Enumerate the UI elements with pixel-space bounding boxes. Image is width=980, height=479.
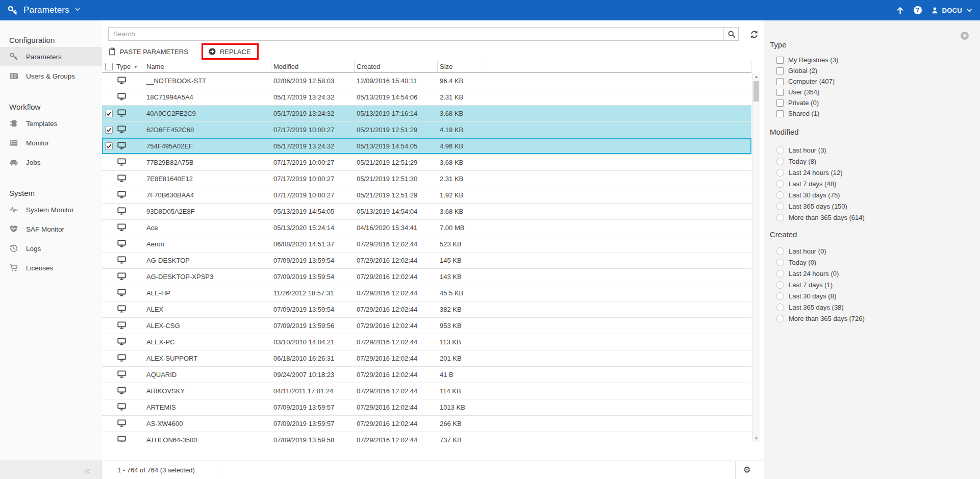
checkbox-icon[interactable] xyxy=(776,99,784,107)
filter-option-private-0[interactable]: Private (0) xyxy=(764,97,980,108)
radio-icon[interactable] xyxy=(776,169,784,177)
column-header-created[interactable]: Created xyxy=(357,60,380,73)
table-row[interactable]: ALEX07/09/2019 13:59:5407/29/2016 12:02:… xyxy=(102,301,751,318)
sidebar-item-licenses[interactable]: Licenses xyxy=(0,258,102,278)
sidebar-item-system-monitor[interactable]: System Monitor xyxy=(0,200,102,219)
search-icon[interactable] xyxy=(723,28,739,40)
filter-option-shared-1[interactable]: Shared (1) xyxy=(764,108,980,119)
checkbox-icon[interactable] xyxy=(776,89,784,96)
column-header-type[interactable]: Type xyxy=(116,60,131,73)
filter-option-last-365-days-38[interactable]: Last 365 days (38) xyxy=(764,301,980,313)
radio-icon[interactable] xyxy=(776,292,784,300)
cell-modified: 07/09/2019 13:59:54 xyxy=(273,301,334,317)
table-row[interactable]: 62D6FE452C6807/17/2019 10:00:2705/21/201… xyxy=(102,122,751,138)
sidebar-item-logs[interactable]: Logs xyxy=(0,239,102,258)
table-row[interactable]: 7E8E81640E1207/17/2019 10:00:2705/21/201… xyxy=(102,171,751,187)
table-row[interactable]: AG-DESKTOP07/09/2019 13:59:5407/29/2016 … xyxy=(102,253,751,269)
sidebar-item-monitor[interactable]: Monitor xyxy=(0,133,102,153)
radio-icon[interactable] xyxy=(776,259,784,266)
table-row[interactable]: AS-XW460007/09/2019 13:59:5707/29/2016 1… xyxy=(102,416,751,432)
filter-option-global-2[interactable]: Global (2) xyxy=(764,65,980,76)
table-row[interactable]: ALEX-SUPPORT06/18/2010 16:26:3107/29/201… xyxy=(102,350,751,367)
sidebar-item-jobs[interactable]: Jobs xyxy=(0,153,102,172)
radio-icon[interactable] xyxy=(776,191,784,199)
filter-option-last-30-days-8[interactable]: Last 30 days (8) xyxy=(764,290,980,301)
filter-option-last-24-hours-0[interactable]: Last 24 hours (0) xyxy=(764,268,980,279)
radio-icon[interactable] xyxy=(776,270,784,278)
table-row[interactable]: ALEX-PC03/10/2010 14:04:2107/29/2016 12:… xyxy=(102,334,751,350)
settings-gear-icon[interactable]: ⚙ xyxy=(740,461,753,479)
table-row[interactable]: AG-DESKTOP-XPSP307/09/2019 13:59:5407/29… xyxy=(102,269,751,285)
table-row[interactable]: 77B29B82A75B07/17/2019 10:00:2705/21/201… xyxy=(102,155,751,171)
filter-option-more-than-365-days-726[interactable]: More than 365 days (726) xyxy=(764,313,980,324)
column-header-size[interactable]: Size xyxy=(440,60,453,73)
checkbox-icon[interactable] xyxy=(776,110,784,117)
collapse-sidebar-button[interactable]: « xyxy=(84,465,90,475)
filter-option-my-registries-3[interactable]: My Registries (3) xyxy=(764,55,980,65)
filter-option-last-365-days-150[interactable]: Last 365 days (150) xyxy=(764,200,980,212)
filter-option-today-0[interactable]: Today (0) xyxy=(764,257,980,268)
sidebar-item-users-groups[interactable]: Users & Groups xyxy=(0,66,102,86)
radio-icon[interactable] xyxy=(776,203,784,210)
checkbox-icon[interactable] xyxy=(776,78,784,85)
select-all-checkbox[interactable] xyxy=(105,63,113,70)
radio-icon[interactable] xyxy=(776,158,784,165)
search-input[interactable] xyxy=(108,27,739,41)
table-row[interactable]: 93D8D05A2E8F05/13/2019 14:54:0505/13/201… xyxy=(102,204,751,220)
filter-option-user-354[interactable]: User (354) xyxy=(764,87,980,97)
paste-parameters-button[interactable]: PASTE PARAMETERS xyxy=(108,47,188,56)
scroll-down-icon[interactable]: ▼ xyxy=(752,436,760,441)
filter-option-last-hour-0[interactable]: Last hour (0) xyxy=(764,245,980,257)
vertical-scrollbar[interactable]: ▲ ▼ xyxy=(752,73,760,442)
type-filter-arrow-icon[interactable]: ▼ xyxy=(134,65,138,69)
table-row[interactable]: ARIKOVSKY04/11/2011 17:01:2407/29/2016 1… xyxy=(102,383,751,399)
scroll-up-icon[interactable]: ▲ xyxy=(752,74,760,79)
checkbox-icon[interactable] xyxy=(776,57,784,64)
radio-icon[interactable] xyxy=(776,304,784,311)
radio-icon[interactable] xyxy=(776,247,784,255)
filter-option-last-24-hours-12[interactable]: Last 24 hours (12) xyxy=(764,167,980,178)
radio-icon[interactable] xyxy=(776,146,784,154)
table-row[interactable]: 18C71994A5A405/17/2019 13:24:3205/13/201… xyxy=(102,89,751,106)
computer-icon xyxy=(117,272,126,282)
radio-icon[interactable] xyxy=(776,214,784,221)
table-row[interactable]: 7F70B630BAA407/17/2019 10:00:2705/21/201… xyxy=(102,187,751,204)
filter-option-last-7-days-1[interactable]: Last 7 days (1) xyxy=(764,279,980,290)
radio-icon[interactable] xyxy=(776,315,784,322)
filter-option-today-8[interactable]: Today (8) xyxy=(764,156,980,167)
filter-option-last-30-days-75[interactable]: Last 30 days (75) xyxy=(764,189,980,200)
column-header-name[interactable]: Name xyxy=(146,60,164,73)
row-checkbox-checked[interactable] xyxy=(105,126,113,134)
filter-option-computer-407[interactable]: Computer (407) xyxy=(764,76,980,87)
upload-arrow-icon[interactable] xyxy=(896,6,904,15)
refresh-icon[interactable] xyxy=(748,29,760,40)
table-row[interactable]: __NOTEBOOK-STT02/06/2019 12:58:0312/09/2… xyxy=(102,73,751,89)
filter-option-last-7-days-48[interactable]: Last 7 days (48) xyxy=(764,178,980,189)
scrollbar-thumb[interactable] xyxy=(753,81,759,102)
chevron-down-icon[interactable] xyxy=(74,6,81,15)
table-row[interactable]: Aeron06/08/2020 14:51:3707/29/2016 12:02… xyxy=(102,236,751,253)
column-header-modified[interactable]: Modified xyxy=(273,60,298,73)
replace-button[interactable]: REPLACE xyxy=(208,47,251,56)
user-menu[interactable]: DOCU xyxy=(931,7,973,14)
filter-option-last-hour-3[interactable]: Last hour (3) xyxy=(764,144,980,156)
table-row[interactable]: Ace05/13/2020 15:24:1404/16/2020 15:34:4… xyxy=(102,220,751,236)
checkbox-icon[interactable] xyxy=(776,67,784,74)
row-checkbox-checked[interactable] xyxy=(105,142,113,150)
table-row[interactable]: 40A9CC2FE2C905/17/2019 13:24:3205/13/201… xyxy=(102,106,751,122)
table-row[interactable]: ARTEMIS07/09/2019 13:59:5707/29/2016 12:… xyxy=(102,399,751,416)
sidebar-item-parameters[interactable]: Parameters xyxy=(0,47,102,66)
help-icon[interactable]: ? xyxy=(914,6,922,14)
table-row[interactable]: 754F495A02EF05/17/2019 13:24:3205/13/201… xyxy=(102,138,751,155)
sidebar-item-saf-monitor[interactable]: SAF Monitor xyxy=(0,219,102,239)
row-checkbox-checked[interactable] xyxy=(105,110,113,117)
sidebar-item-templates[interactable]: Templates xyxy=(0,114,102,133)
table-row[interactable]: ALEX-CSG07/09/2019 13:59:5607/29/2016 12… xyxy=(102,318,751,334)
radio-icon[interactable] xyxy=(776,180,784,188)
table-row[interactable]: ALE-HP11/26/2012 18:57:3107/29/2016 12:0… xyxy=(102,285,751,301)
filter-option-more-than-365-days-614[interactable]: More than 365 days (614) xyxy=(764,212,980,223)
table-row[interactable]: ATHLON64-350007/09/2019 13:59:5807/29/20… xyxy=(102,432,751,442)
radio-icon[interactable] xyxy=(776,281,784,289)
close-filter-panel-icon[interactable]: ✕ xyxy=(961,32,969,40)
table-row[interactable]: AQUARID09/24/2007 10:18:2307/29/2016 12:… xyxy=(102,367,751,383)
